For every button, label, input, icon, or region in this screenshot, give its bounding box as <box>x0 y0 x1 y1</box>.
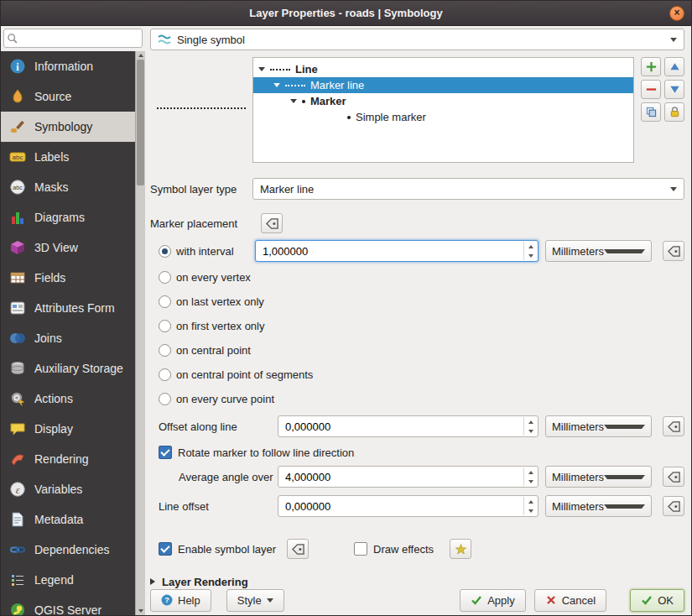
sidebar-item-fields[interactable]: Fields <box>1 263 135 293</box>
tree-row-marker[interactable]: Marker <box>253 93 633 109</box>
line-offset-unit-combo[interactable]: Millimeters <box>545 495 652 517</box>
on-every-vertex-radio[interactable] <box>159 271 171 284</box>
sidebar-item-qgis-server[interactable]: QGIS Server <box>1 595 135 615</box>
spin-up-button[interactable] <box>524 417 537 426</box>
gear-icon <box>9 390 26 407</box>
sidebar-item-diagrams[interactable]: Diagrams <box>1 202 135 232</box>
symbol-preview-line <box>157 107 246 109</box>
help-button[interactable]: ? Help <box>150 589 211 612</box>
sidebar-item-labels[interactable]: abc Labels <box>1 142 135 172</box>
cancel-button[interactable]: Cancel <box>534 589 606 612</box>
sidebar-item-rendering[interactable]: Rendering <box>1 444 135 474</box>
sidebar-item-symbology[interactable]: Symbology <box>1 112 135 142</box>
sidebar-item-source[interactable]: Source <box>1 81 135 112</box>
spin-down-button[interactable] <box>524 426 537 436</box>
line-symbol-icon <box>270 69 290 70</box>
renderer-combo[interactable]: Single symbol <box>150 29 684 50</box>
cancel-x-icon <box>545 594 557 606</box>
spin-up-button[interactable] <box>524 497 537 506</box>
sidebar-item-variables[interactable]: ε Variables <box>1 474 135 504</box>
interval-unit-combo[interactable]: Millimeters <box>545 240 652 262</box>
titlebar[interactable]: Layer Properties - roads | Symbology × <box>1 1 691 26</box>
expander-icon[interactable] <box>273 83 280 87</box>
spin-down-button[interactable] <box>524 251 537 260</box>
symbol-layer-tree[interactable]: Line Marker line Marker Simple marker <box>252 57 634 163</box>
rotate-marker-checkbox[interactable] <box>159 446 172 459</box>
expander-icon[interactable] <box>290 99 297 103</box>
interval-spinbox[interactable] <box>255 240 539 262</box>
symbology-panel: Single symbol Line Marker line <box>145 26 691 615</box>
line-offset-label: Line offset <box>159 500 278 513</box>
scroll-up-icon[interactable] <box>138 54 143 57</box>
customize-effects-button[interactable] <box>450 539 471 559</box>
spin-buttons <box>523 497 537 515</box>
duplicate-symbol-layer-button[interactable] <box>641 102 661 122</box>
offset-unit-combo[interactable]: Millimeters <box>545 415 652 437</box>
offset-override-button[interactable] <box>663 416 684 436</box>
sidebar-item-actions[interactable]: Actions <box>1 384 135 414</box>
sidebar-item-3d-view[interactable]: 3D View <box>1 232 135 263</box>
spin-up-button[interactable] <box>524 242 537 251</box>
enable-symbol-layer-checkbox[interactable] <box>159 542 172 556</box>
offset-along-line-spinbox[interactable] <box>278 415 539 437</box>
with-interval-radio[interactable] <box>159 245 171 258</box>
marker-placement-override-button[interactable] <box>261 213 283 233</box>
scrollbar-thumb[interactable] <box>137 60 144 185</box>
line-offset-spinbox[interactable] <box>278 495 539 517</box>
close-button[interactable]: × <box>669 6 684 21</box>
spin-buttons <box>523 242 537 260</box>
tree-row-marker-line[interactable]: Marker line <box>253 77 633 93</box>
enable-layer-override-button[interactable] <box>287 539 309 559</box>
ok-button[interactable]: OK <box>630 589 684 612</box>
draw-effects-checkbox[interactable] <box>354 542 367 556</box>
interval-input[interactable] <box>256 245 538 258</box>
symbol-layer-type-combo[interactable]: Marker line <box>252 178 684 200</box>
line-offset-input[interactable] <box>278 500 538 513</box>
spin-up-icon <box>528 500 533 504</box>
sidebar-item-information[interactable]: i Information <box>1 51 135 81</box>
average-angle-spinbox[interactable] <box>278 466 539 488</box>
style-button[interactable]: Style <box>226 589 284 612</box>
svg-text:abc: abc <box>13 154 23 161</box>
average-angle-input[interactable] <box>278 471 538 483</box>
on-every-curve-point-radio[interactable] <box>159 393 171 405</box>
expander-icon[interactable] <box>258 67 265 71</box>
on-every-curve-point-label: on every curve point <box>176 393 274 405</box>
tree-row-line[interactable]: Line <box>253 61 633 77</box>
sidebar-scrollbar[interactable] <box>135 51 145 615</box>
apply-button[interactable]: Apply <box>460 589 526 612</box>
move-up-button[interactable] <box>664 57 684 76</box>
remove-symbol-layer-button[interactable] <box>641 80 661 99</box>
sidebar-item-auxiliary-storage[interactable]: Auxiliary Storage <box>1 353 135 384</box>
sidebar-item-attributes-form[interactable]: Attributes Form <box>1 293 135 323</box>
on-first-vertex-radio[interactable] <box>159 320 171 332</box>
move-down-button[interactable] <box>664 80 684 99</box>
line-offset-override-button[interactable] <box>663 496 684 516</box>
sidebar-item-metadata[interactable]: Metadata <box>1 504 135 535</box>
lock-color-button[interactable] <box>664 102 684 122</box>
on-central-point-radio[interactable] <box>159 344 171 357</box>
on-central-point-of-segments-radio[interactable] <box>159 368 171 381</box>
add-symbol-layer-button[interactable] <box>641 57 661 76</box>
average-angle-override-button[interactable] <box>663 467 684 487</box>
chevron-down-icon <box>604 504 645 509</box>
tree-row-simple-marker[interactable]: Simple marker <box>253 109 633 125</box>
sidebar-item-legend[interactable]: Legend <box>1 565 135 595</box>
on-last-vertex-row: on last vertex only <box>159 292 684 311</box>
interval-override-button[interactable] <box>663 241 684 261</box>
sidebar-item-dependencies[interactable]: Dependencies <box>1 535 135 565</box>
on-last-vertex-radio[interactable] <box>159 295 171 308</box>
spin-up-button[interactable] <box>524 467 537 477</box>
on-last-vertex-label: on last vertex only <box>176 295 264 308</box>
dialog-footer: ? Help Style Apply Cancel OK <box>150 588 684 612</box>
sidebar-item-masks[interactable]: abc Masks <box>1 172 135 202</box>
spin-down-button[interactable] <box>524 477 537 486</box>
scroll-down-icon[interactable] <box>138 609 143 613</box>
search-input[interactable] <box>3 29 143 48</box>
offset-along-line-input[interactable] <box>278 420 538 433</box>
sidebar-item-joins[interactable]: Joins <box>1 323 135 353</box>
single-symbol-icon <box>158 33 171 46</box>
average-angle-unit-combo[interactable]: Millimeters <box>545 466 652 488</box>
spin-down-button[interactable] <box>524 506 537 515</box>
sidebar-item-display[interactable]: Display <box>1 414 135 444</box>
